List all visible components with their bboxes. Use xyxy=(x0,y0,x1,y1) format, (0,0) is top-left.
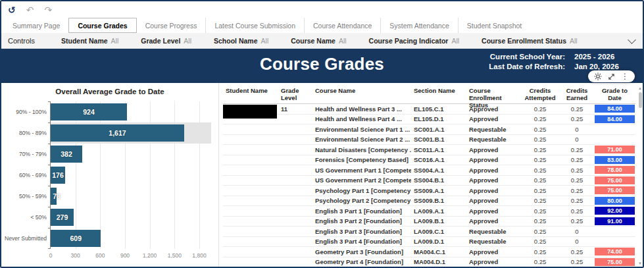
cell-section-name[interactable]: LA009.B.1 xyxy=(411,217,466,227)
cell-credits-attempted[interactable]: 0.25 xyxy=(520,135,560,146)
column-header-grade-level[interactable]: Grade Level xyxy=(278,86,312,104)
cell-enrollment-status[interactable]: Approved xyxy=(466,196,520,207)
cell-grade-to-date[interactable]: 92.00 xyxy=(594,206,635,217)
table-scrollbar[interactable]: ▲ ▼ xyxy=(637,86,643,266)
cell-section-name[interactable]: SC001.A.1 xyxy=(411,124,466,135)
cell-section-name[interactable]: SS004.A.1 xyxy=(411,165,466,176)
cell-enrollment-status[interactable]: Approved xyxy=(466,145,520,155)
grade-badge[interactable]: 75.00 xyxy=(595,258,635,266)
cell-section-name[interactable]: SC016.A.1 xyxy=(411,155,466,166)
cell-credits-attempted[interactable]: 0.25 xyxy=(520,145,560,155)
filter-course-pacing-indicator[interactable]: Course Pacing IndicatorAll xyxy=(369,37,459,45)
filter-course-enrollment-status[interactable]: Course Enrollment StatusAll xyxy=(482,37,578,45)
cell-course-name[interactable]: Geometry Part 4 [Foundation] xyxy=(312,257,411,268)
column-header-credits-earned[interactable]: Credits Earned xyxy=(560,86,594,104)
cell-section-name[interactable]: SS009.B.1 xyxy=(411,196,466,207)
cell-grade-to-date[interactable]: 91.00 xyxy=(594,217,635,227)
cell-credits-earned[interactable]: 0.25 xyxy=(560,217,594,227)
cell-course-name[interactable]: Psychology Part 1 [Competency ... xyxy=(312,186,411,196)
cell-credits-earned[interactable]: 0.25 xyxy=(560,247,594,257)
cell-credits-earned[interactable]: 0 xyxy=(560,124,594,135)
cell-credits-earned[interactable]: 0.25 xyxy=(560,115,594,125)
cell-grade-to-date[interactable]: 84.00 xyxy=(594,104,635,115)
cell-credits-attempted[interactable]: 0.25 xyxy=(520,165,560,176)
cell-grade-level[interactable] xyxy=(278,217,312,227)
cell-credits-attempted[interactable]: 0.25 xyxy=(520,124,560,135)
filter-grade-level[interactable]: Grade LevelAll xyxy=(141,37,191,45)
cell-course-name[interactable]: US Government Part 2 [Competenc... xyxy=(312,176,411,186)
cell-enrollment-status[interactable]: Approved xyxy=(466,104,520,115)
cell-grade-to-date[interactable]: 71.00 xyxy=(594,145,635,155)
grade-badge[interactable]: 74.00 xyxy=(595,248,635,255)
cell-course-name[interactable]: Geometry Part 3 [Foundation] xyxy=(312,247,411,257)
cell-course-name[interactable]: US Government Part 1 [Competenc... xyxy=(312,165,411,176)
cell-grade-to-date[interactable]: 75.00 xyxy=(594,257,635,268)
filter-school-name[interactable]: School NameAll xyxy=(214,37,268,45)
cell-section-name[interactable]: MA004.C.1 xyxy=(411,247,466,257)
grade-badge[interactable]: 84.00 xyxy=(595,115,635,123)
cell-credits-attempted[interactable]: 0.25 xyxy=(520,115,560,125)
filter-course-name[interactable]: Course NameAll xyxy=(291,37,346,45)
cell-grade-level[interactable] xyxy=(278,176,312,186)
cell-enrollment-status[interactable]: Requestable xyxy=(466,227,520,237)
cell-grade-level[interactable] xyxy=(278,145,312,155)
column-header-course-enrollment-status[interactable]: Course Enrollment Status xyxy=(466,86,520,104)
cell-grade-level[interactable] xyxy=(278,257,312,268)
cell-grade-level[interactable]: 11 xyxy=(278,104,312,115)
cell-section-name[interactable]: EL105.C.1 xyxy=(411,104,466,115)
cell-credits-earned[interactable]: 0.25 xyxy=(560,104,594,115)
cell-grade-level[interactable] xyxy=(278,165,312,176)
cell-section-name[interactable]: SC001.B.1 xyxy=(411,135,466,146)
cell-grade-to-date[interactable]: 75.00 xyxy=(594,176,635,186)
cell-enrollment-status[interactable]: Requestable xyxy=(466,135,520,146)
cell-credits-earned[interactable]: 0.25 xyxy=(560,145,594,155)
grade-badge[interactable]: 92.00 xyxy=(595,207,635,215)
cell-student-name[interactable] xyxy=(223,124,278,135)
cell-grade-level[interactable] xyxy=(278,135,312,146)
cell-section-name[interactable]: LA009.A.1 xyxy=(411,206,466,217)
cell-student-name[interactable] xyxy=(223,135,278,146)
cell-enrollment-status[interactable]: Approved xyxy=(466,186,520,196)
cell-credits-attempted[interactable]: 0.25 xyxy=(520,176,560,186)
tab-system-attendance[interactable]: System Attendance xyxy=(380,18,457,33)
cell-credits-attempted[interactable]: 0.25 xyxy=(520,206,560,217)
cell-course-name[interactable]: Health and Wellness Part 4 ... xyxy=(312,115,411,125)
cell-grade-level[interactable] xyxy=(278,196,312,207)
column-header-grade-to-date[interactable]: Grade to Date xyxy=(594,86,635,104)
cell-credits-attempted[interactable]: 0.25 xyxy=(520,186,560,196)
cell-credits-earned[interactable]: 0.25 xyxy=(560,165,594,176)
reset-filters-icon[interactable]: ↺ xyxy=(8,5,16,14)
cell-credits-attempted[interactable]: 0.25 xyxy=(520,257,560,268)
cell-credits-earned[interactable]: 0 xyxy=(560,227,594,237)
cell-section-name[interactable]: LA009.C.1 xyxy=(411,227,466,237)
cell-grade-level[interactable] xyxy=(278,227,312,237)
cell-grade-level[interactable] xyxy=(278,124,312,135)
tab-summary-page[interactable]: Summary Page xyxy=(4,18,68,33)
gear-icon[interactable] xyxy=(594,72,602,80)
grade-badge[interactable]: 91.00 xyxy=(595,217,635,225)
cell-credits-attempted[interactable]: 0.25 xyxy=(520,217,560,227)
more-options-icon[interactable]: ⋮ xyxy=(621,72,629,80)
filter-student-name[interactable]: Student NameAll xyxy=(61,37,118,45)
tab-course-grades[interactable]: Course Grades xyxy=(68,18,136,33)
cell-course-name[interactable]: Psychology Part 2 [Competency ... xyxy=(312,196,411,207)
column-header-credits-attempted[interactable]: Credits Attempted xyxy=(520,86,560,104)
cell-credits-attempted[interactable]: 0.25 xyxy=(520,196,560,207)
cell-student-name[interactable] xyxy=(223,257,278,268)
tab-course-progress[interactable]: Course Progress xyxy=(137,18,206,33)
cell-grade-to-date[interactable]: 80.00 xyxy=(594,196,635,207)
cell-section-name[interactable]: SC011.A.1 xyxy=(411,145,466,155)
cell-section-name[interactable]: SS009.A.1 xyxy=(411,186,466,196)
undo-icon[interactable]: ↶ xyxy=(26,5,34,14)
cell-grade-level[interactable] xyxy=(278,247,312,257)
cell-credits-attempted[interactable]: 0.25 xyxy=(520,247,560,257)
cell-course-name[interactable]: Forensics [Competency Based] xyxy=(312,155,411,166)
grade-badge[interactable]: 71.00 xyxy=(595,146,635,153)
cell-enrollment-status[interactable]: Approved xyxy=(466,206,520,217)
cell-student-name[interactable] xyxy=(223,165,278,176)
cell-grade-to-date[interactable] xyxy=(594,237,635,248)
cell-course-name[interactable]: Environmental Science Part 2 ... xyxy=(312,135,411,146)
column-header-course-name[interactable]: Course Name xyxy=(312,86,411,104)
cell-student-name[interactable] xyxy=(223,217,278,227)
cell-course-name[interactable]: English 3 Part 2 [Foundation] xyxy=(312,217,411,227)
